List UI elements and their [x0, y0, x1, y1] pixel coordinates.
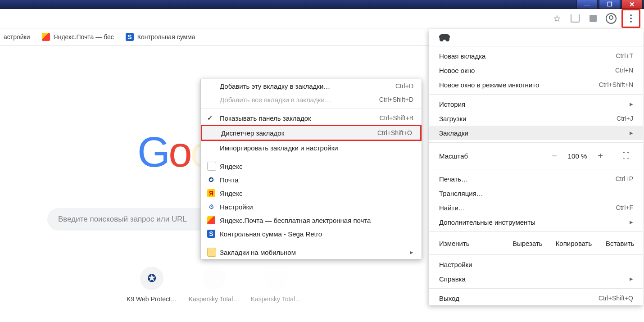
menu-bookmarks[interactable]: Закладки▸ — [429, 126, 643, 140]
submenu-bookmark-item[interactable]: ✪Почта — [201, 173, 422, 186]
submenu-mobile-bookmarks[interactable]: Закладки на мобильном▸ — [201, 245, 422, 259]
submenu-import[interactable]: Импортировать закладки и настройки — [201, 141, 422, 154]
kebab-icon — [630, 14, 632, 23]
chevron-right-icon: ▸ — [630, 129, 633, 137]
site-icon: S — [126, 33, 134, 41]
submenu-add-this-tab[interactable]: Добавить эту вкладку в закладки…Ctrl+D — [201, 79, 422, 93]
menu-help[interactable]: Справка▸ — [429, 272, 643, 286]
search-placeholder: Введите поисковый запрос или URL — [58, 215, 187, 224]
shortcut-tile[interactable]: ✪ K9 Web Protect… — [122, 267, 181, 303]
menu-cast[interactable]: Трансляция… — [429, 186, 643, 200]
zoom-out-button[interactable]: − — [545, 149, 564, 163]
bookmark-item[interactable]: S Контрольная сумма — [126, 33, 195, 41]
incognito-indicator — [429, 29, 643, 44]
menu-print[interactable]: Печать…Ctrl+P — [429, 172, 643, 186]
menu-more-tools[interactable]: Дополнительные инструменты▸ — [429, 215, 643, 229]
submenu-bookmark-manager[interactable]: Диспетчер закладокCtrl+Shift+O — [201, 125, 422, 141]
incognito-icon — [439, 34, 450, 40]
menu-settings[interactable]: Настройки — [429, 257, 643, 272]
submenu-bookmark-item[interactable]: SКонтрольная сумма - Sega Retro — [201, 227, 422, 240]
profile-button[interactable] — [603, 11, 619, 26]
submenu-show-bookmarks-bar[interactable]: Показывать панель закладокCtrl+Shift+B — [201, 111, 422, 125]
submenu-bookmark-item[interactable]: ⚙Настройки — [201, 200, 422, 213]
edit-cut-button[interactable]: Вырезать — [504, 236, 551, 251]
menu-find[interactable]: Найти…Ctrl+F — [429, 200, 643, 215]
fullscreen-button[interactable]: ⛶ — [617, 149, 635, 163]
submenu-bookmark-item[interactable]: Яндекс.Почта — бесплатная электронная по… — [201, 213, 422, 227]
shortcut-tile[interactable]: Kaspersky Total… — [247, 267, 305, 303]
bookmark-label: астройки — [4, 33, 30, 41]
zoom-value: 100 % — [564, 152, 591, 160]
submenu-bookmark-item[interactable]: Яндекс — [201, 159, 422, 173]
page-icon — [207, 162, 216, 171]
bookmark-item[interactable]: астройки — [4, 33, 30, 41]
folder-icon — [207, 248, 216, 257]
window-titlebar: __ ❐ ✕ — [0, 0, 644, 9]
window-maximize-button[interactable]: ❐ — [599, 0, 620, 9]
bookmark-star-icon[interactable]: ☆ — [549, 11, 565, 26]
edit-copy-button[interactable]: Копировать — [551, 236, 597, 251]
menu-zoom: Масштаб − 100 % + ⛶ — [429, 145, 643, 167]
edit-paste-button[interactable]: Вставить — [597, 236, 643, 251]
menu-edit-row: Изменить Вырезать Копировать Вставить — [429, 234, 643, 252]
bookmarks-submenu: Добавить эту вкладку в закладки…Ctrl+D Д… — [200, 79, 422, 259]
bookmark-label: Контрольная сумма — [137, 33, 195, 41]
shortcut-label: Kaspersky Total… — [251, 295, 302, 303]
main-menu-button[interactable] — [621, 9, 640, 28]
mail-icon — [207, 216, 215, 224]
gear-icon: ⚙ — [207, 203, 215, 211]
yandex-icon: Я — [207, 189, 215, 197]
zoom-in-button[interactable]: + — [591, 149, 610, 163]
menu-downloads[interactable]: ЗагрузкиCtrl+J — [429, 111, 643, 126]
submenu-bookmark-item[interactable]: ЯЯндекс — [201, 186, 422, 200]
shortcut-tile[interactable]: Kaspersky Total… — [185, 267, 243, 303]
chevron-right-icon: ▸ — [630, 218, 633, 226]
menu-history[interactable]: История▸ — [429, 97, 643, 111]
window-close-button[interactable]: ✕ — [621, 0, 643, 9]
menu-new-tab[interactable]: Новая вкладкаCtrl+T — [429, 49, 643, 63]
mail-icon — [42, 33, 50, 41]
chevron-right-icon: ▸ — [410, 248, 413, 256]
shortcut-label: Kaspersky Total… — [189, 295, 240, 303]
window-minimize-button[interactable]: __ — [576, 0, 598, 9]
bookmark-item[interactable]: Яндекс.Почта — бес — [42, 33, 114, 41]
extension-bookmark-icon[interactable] — [567, 11, 583, 26]
site-icon: S — [207, 230, 215, 238]
shield-icon: ✪ — [147, 272, 156, 285]
menu-new-incognito[interactable]: Новое окно в режиме инкогнитоCtrl+Shift+… — [429, 77, 643, 92]
main-menu: Новая вкладкаCtrl+T Новое окноCtrl+N Нов… — [429, 29, 643, 305]
menu-new-window[interactable]: Новое окноCtrl+N — [429, 63, 643, 77]
gear-icon: ✪ — [207, 176, 215, 184]
extension-hub-icon[interactable] — [585, 11, 601, 26]
shortcut-label: K9 Web Protect… — [127, 295, 177, 303]
submenu-add-all-tabs: Добавить все вкладки в закладки…Ctrl+Shi… — [201, 93, 422, 106]
browser-toolbar: ☆ — [0, 9, 644, 28]
bookmark-label: Яндекс.Почта — бес — [54, 33, 114, 41]
menu-exit[interactable]: ВыходCtrl+Shift+Q — [429, 291, 643, 305]
chevron-right-icon: ▸ — [630, 275, 633, 283]
chevron-right-icon: ▸ — [630, 100, 633, 108]
